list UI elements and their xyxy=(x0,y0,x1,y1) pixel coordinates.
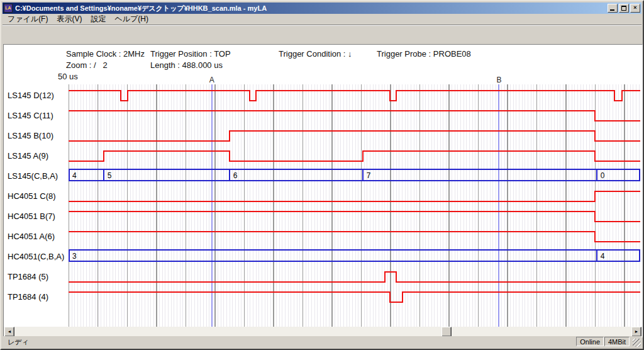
menu-bar: ファイル(F) 表示(V) 設定 ヘルプ(H) xyxy=(3,14,641,25)
waveform-trace xyxy=(69,151,640,161)
bus-value: 5 xyxy=(108,171,112,180)
trigger-probe-info: Trigger Probe : PROBE08 xyxy=(377,49,471,59)
channel-label: LS145 A(9) xyxy=(8,151,48,161)
status-memory-badge: 4MBit xyxy=(604,337,630,346)
bus-trace xyxy=(69,169,640,181)
scrollbar-thumb[interactable] xyxy=(441,327,452,337)
waveform-trace xyxy=(69,232,640,242)
waveform-trace xyxy=(69,111,640,121)
channel-label: LS145 B(10) xyxy=(8,131,53,141)
channel-label: HC4051 B(7) xyxy=(8,212,55,222)
maximize-button[interactable] xyxy=(619,4,629,13)
waveform-trace xyxy=(69,91,640,101)
bus-value: 7 xyxy=(367,171,371,180)
channel-label: HC4051 A(6) xyxy=(8,232,55,242)
app-icon[interactable]: LA xyxy=(4,4,13,13)
sample-clock-info: Sample Clock : 2MHz xyxy=(66,49,145,59)
waveform-trace xyxy=(69,191,640,201)
minimize-button[interactable] xyxy=(608,4,618,13)
waveform-trace xyxy=(69,212,640,222)
menu-file[interactable]: ファイル(F) xyxy=(3,13,52,25)
toolbar: Stop → 100MHz ▼ TOP ▼ ↑ ▼ PROBE00 ▼ − + … xyxy=(3,26,641,43)
client-frame: Sample Clock : 2MHz Trigger Position : T… xyxy=(3,44,643,337)
channel-label: HC4051(C,B,A) xyxy=(8,252,64,262)
marker-label-a: A xyxy=(208,76,216,84)
bus-value: 0 xyxy=(601,171,605,180)
marker-label-b: B xyxy=(495,76,502,84)
zoom-info: Zoom : / 2 xyxy=(66,60,108,70)
bus-value: 4 xyxy=(601,252,605,261)
channel-label: TP1684 (4) xyxy=(8,292,48,302)
minimize-icon xyxy=(610,9,614,11)
resize-grip[interactable] xyxy=(633,339,641,347)
trigger-position-info: Trigger Position : TOP xyxy=(150,49,231,59)
menu-settings[interactable]: 設定 xyxy=(86,13,110,25)
status-bar: レディ Online 4MBit xyxy=(3,336,641,347)
bus-value: 6 xyxy=(233,171,238,180)
title-bar[interactable]: LA C:¥Documents and Settings¥noname¥デスクト… xyxy=(3,3,641,14)
waveform-svg: 4567034 xyxy=(69,84,640,327)
menu-help[interactable]: ヘルプ(H) xyxy=(110,13,153,25)
close-button[interactable]: × xyxy=(630,4,640,13)
status-ready-text: レディ xyxy=(8,337,29,347)
timebase-label: 50 us xyxy=(58,72,78,81)
scroll-left-button[interactable]: ◄ xyxy=(4,327,14,337)
channel-label: LS145(C,B,A) xyxy=(8,171,58,181)
window-title: C:¥Documents and Settings¥noname¥デスクトップ¥… xyxy=(15,4,606,13)
waveform-trace xyxy=(69,292,640,302)
application-window: LA C:¥Documents and Settings¥noname¥デスクト… xyxy=(0,0,644,350)
menu-view[interactable]: 表示(V) xyxy=(52,13,86,25)
status-online-badge: Online xyxy=(576,337,604,346)
scroll-left-icon: ◄ xyxy=(8,329,12,334)
maximize-icon xyxy=(621,6,626,11)
bus-value: 3 xyxy=(72,252,77,261)
bus-value: 4 xyxy=(72,171,77,180)
waveform-panel: Sample Clock : 2MHz Trigger Position : T… xyxy=(4,45,642,327)
trigger-condition-info: Trigger Condition : ↓ xyxy=(279,49,352,59)
channel-label: LS145 C(11) xyxy=(8,111,53,121)
scroll-right-button[interactable]: ► xyxy=(631,327,641,337)
bus-trace xyxy=(69,250,640,261)
scroll-right-icon: ► xyxy=(635,329,639,334)
waveform-trace xyxy=(69,272,640,282)
channel-label: LS145 D(12) xyxy=(8,91,54,101)
channel-label: HC4051 C(8) xyxy=(8,191,56,201)
channel-label: TP1684 (5) xyxy=(8,272,48,282)
horizontal-scrollbar[interactable]: ◄ ► xyxy=(4,327,642,337)
waveform-plot[interactable]: 4567034AB xyxy=(69,84,640,327)
waveform-trace xyxy=(69,131,640,141)
length-info: Length : 488.000 us xyxy=(150,60,223,70)
